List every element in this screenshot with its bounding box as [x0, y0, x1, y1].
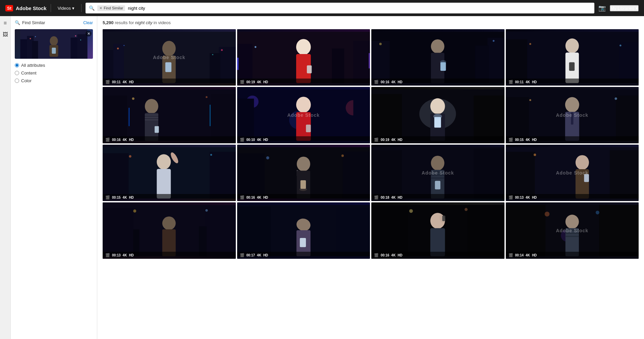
- my-libraries-button[interactable]: My Libraries ▾: [610, 5, 639, 11]
- thumb-svg-12: [506, 145, 639, 201]
- svg-rect-62: [145, 114, 158, 115]
- video-card[interactable]: 🎬 00:16 4K HD: [103, 87, 236, 143]
- svg-rect-158: [565, 230, 579, 231]
- video-card[interactable]: Adobe Stock 🎬 00:14 4K HD: [506, 202, 639, 259]
- video-card[interactable]: 🎬 00:15 4K HD: [103, 145, 236, 201]
- svg-rect-36: [371, 41, 390, 83]
- video-card[interactable]: 🎬 00:19 4K HD: [371, 87, 504, 143]
- filter-all-attributes[interactable]: All attributes: [15, 63, 93, 68]
- svg-rect-136: [237, 206, 271, 256]
- search-input[interactable]: [128, 6, 591, 11]
- format-badge: HD: [397, 253, 402, 257]
- svg-point-50: [565, 38, 579, 53]
- svg-point-104: [266, 156, 269, 159]
- video-play-icon: 🎬: [374, 253, 379, 257]
- reference-thumbnail: [15, 29, 93, 59]
- duration-badge: 00:11: [515, 80, 524, 84]
- video-card[interactable]: 🎬 00:19 4K HD: [237, 29, 370, 86]
- video-card[interactable]: Adobe Stock 🎬 00:15 4K HD: [506, 87, 639, 143]
- svg-point-156: [565, 215, 579, 229]
- thumb-svg-6: [237, 87, 370, 143]
- svg-rect-127: [103, 208, 133, 256]
- svg-rect-24: [165, 62, 171, 72]
- filter-content[interactable]: Content: [15, 70, 93, 76]
- format-badge: HD: [129, 80, 133, 84]
- video-thumbnail: Adobe Stock: [506, 202, 639, 259]
- svg-rect-74: [306, 125, 311, 132]
- duration-badge: 00:15: [112, 196, 121, 199]
- video-meta: 🎬 00:14 4K HD: [506, 252, 639, 259]
- svg-rect-85: [616, 96, 639, 141]
- video-thumbnail: Adobe Stock: [371, 145, 504, 201]
- video-thumbnail: [103, 202, 236, 259]
- thumb-svg-2: [237, 29, 370, 86]
- video-card[interactable]: Adobe Stock 🎬 00:10 4K HD: [237, 87, 370, 143]
- svg-rect-30: [368, 53, 370, 68]
- svg-rect-160: [565, 236, 579, 237]
- svg-rect-71: [353, 97, 370, 141]
- camera-icon[interactable]: 📷: [598, 4, 606, 12]
- video-card[interactable]: 🎬 00:11 4K HD: [506, 29, 639, 86]
- video-meta: 🎬 00:16 4K HD: [371, 252, 504, 259]
- video-thumbnail: [103, 145, 236, 201]
- video-card[interactable]: Adobe Stock 🎬 00:18 4K HD: [371, 145, 504, 201]
- svg-rect-120: [506, 152, 535, 198]
- duration-badge: 00:14: [515, 253, 524, 257]
- image-search-icon[interactable]: 🖼: [3, 32, 8, 38]
- svg-rect-84: [506, 97, 529, 141]
- find-similar-tag[interactable]: ✕ Find Similar: [97, 5, 125, 11]
- svg-rect-28: [332, 49, 344, 83]
- duration-badge: 00:17: [247, 253, 255, 257]
- svg-point-129: [133, 209, 136, 212]
- videos-dropdown[interactable]: Videos ▾: [55, 4, 77, 12]
- sidebar-clear-button[interactable]: Clear: [83, 20, 93, 25]
- format-badge: HD: [532, 80, 537, 84]
- video-card[interactable]: 🎬 00:17 4K HD: [237, 202, 370, 259]
- video-card[interactable]: 🎬 00:13 4K HD: [103, 202, 236, 259]
- video-play-icon: 🎬: [374, 138, 379, 142]
- svg-rect-137: [336, 208, 370, 256]
- filter-color-radio[interactable]: [15, 79, 19, 83]
- filter-color[interactable]: Color: [15, 78, 93, 83]
- format-badge: HD: [263, 196, 268, 199]
- format-badge: HD: [129, 138, 133, 142]
- find-similar-label: Find Similar: [104, 6, 123, 10]
- format-badge: HD: [397, 138, 402, 142]
- video-play-icon: 🎬: [508, 138, 513, 142]
- video-card[interactable]: 🎬 00:16 4K HD: [371, 29, 504, 86]
- svg-point-20: [221, 49, 223, 51]
- video-card[interactable]: 🎬 00:16 4K HD: [371, 202, 504, 259]
- video-card[interactable]: Adobe Stock 🎬 00:11 4K HD: [103, 29, 236, 86]
- duration-badge: 00:16: [381, 253, 389, 257]
- video-card[interactable]: 🎬 00:16 4K HD: [237, 145, 370, 201]
- st-badge: St: [5, 5, 13, 11]
- video-thumbnail: [237, 202, 370, 259]
- format-badge: HD: [263, 253, 268, 257]
- video-thumbnail: [237, 145, 370, 201]
- svg-rect-152: [599, 205, 639, 256]
- svg-rect-3: [32, 41, 38, 59]
- find-similar-close-icon[interactable]: ✕: [99, 6, 102, 10]
- svg-point-31: [254, 46, 256, 48]
- reference-thumbnail-container: ✕: [15, 29, 93, 59]
- quality-badge: 4K: [257, 196, 261, 199]
- svg-point-60: [145, 99, 158, 114]
- duration-badge: 00:13: [515, 196, 524, 199]
- svg-rect-64: [145, 119, 158, 120]
- thumbnail-close-button[interactable]: ✕: [86, 31, 92, 37]
- quality-badge: 4K: [257, 253, 261, 257]
- svg-rect-128: [205, 206, 235, 256]
- quality-badge: 4K: [526, 196, 530, 199]
- video-card[interactable]: Adobe Stock 🎬 00:13 4K HD: [506, 145, 639, 201]
- format-badge: HD: [129, 196, 133, 199]
- filter-all-radio[interactable]: [15, 63, 19, 67]
- filter-icon[interactable]: ≡: [4, 20, 7, 26]
- quality-badge: 4K: [526, 253, 530, 257]
- duration-badge: 00:15: [515, 138, 524, 142]
- video-thumbnail: [371, 87, 504, 143]
- thumb-svg-13: [103, 202, 236, 259]
- video-meta: 🎬 00:11 4K HD: [506, 79, 639, 86]
- thumb-svg-1: [103, 29, 236, 86]
- thumb-svg-4: [506, 29, 639, 86]
- filter-content-radio[interactable]: [15, 71, 19, 75]
